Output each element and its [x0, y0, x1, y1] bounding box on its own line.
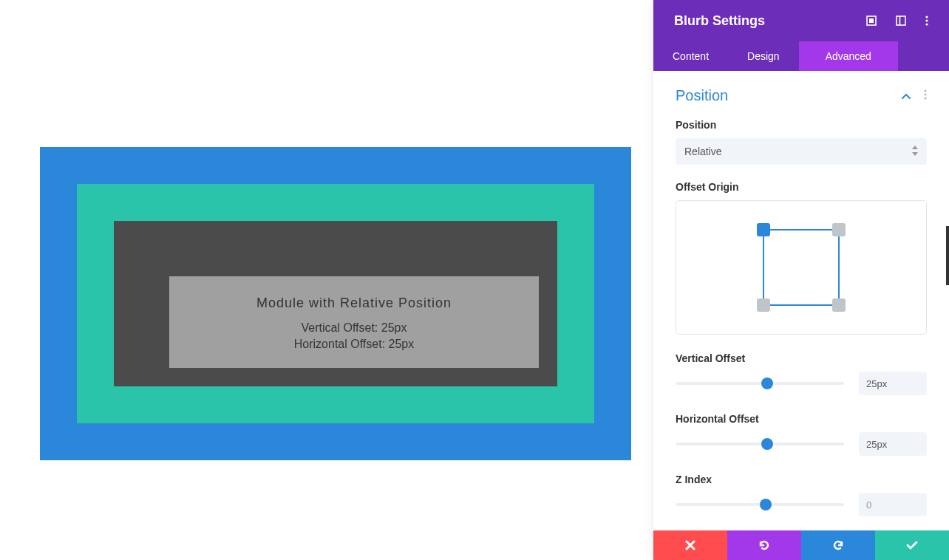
- svg-point-9: [924, 97, 926, 99]
- zindex-label: Z Index: [676, 474, 927, 485]
- svg-point-7: [924, 89, 926, 92]
- horizontal-offset-slider[interactable]: [676, 437, 844, 451]
- tab-advanced[interactable]: Advanced: [799, 41, 898, 71]
- snap-left-icon[interactable]: [896, 16, 906, 26]
- slider-thumb[interactable]: [761, 378, 773, 389]
- section-more-icon[interactable]: [924, 89, 927, 103]
- cancel-button[interactable]: [653, 530, 727, 560]
- vertical-offset-label: Vertical Offset: [676, 352, 927, 364]
- slider-thumb[interactable]: [761, 438, 773, 450]
- position-value: Relative: [684, 146, 722, 157]
- settings-panel: Blurb Settings Content Design Advanced P…: [653, 0, 949, 560]
- save-button[interactable]: [875, 530, 949, 560]
- svg-point-6: [925, 23, 928, 25]
- expand-icon[interactable]: [866, 16, 877, 26]
- preview-canvas: Module with Relative Position Vertical O…: [0, 0, 653, 560]
- vertical-offset-slider[interactable]: [676, 377, 844, 390]
- scrollbar-thumb[interactable]: [946, 226, 949, 285]
- origin-square: [763, 229, 840, 306]
- panel-header: Blurb Settings: [653, 0, 949, 41]
- origin-handle-bottom-left[interactable]: [757, 298, 770, 312]
- position-select[interactable]: Relative: [676, 138, 927, 165]
- more-icon[interactable]: [925, 16, 928, 26]
- svg-point-4: [925, 16, 928, 18]
- svg-rect-1: [869, 18, 874, 23]
- column-box: Module with Relative Position Vertical O…: [114, 221, 557, 386]
- row-box: Module with Relative Position Vertical O…: [77, 184, 594, 423]
- module-text-1: Vertical Offset: 25px: [169, 320, 539, 336]
- svg-rect-2: [897, 16, 905, 25]
- horizontal-offset-label: Horizontal Offset: [676, 413, 927, 425]
- offset-origin-label: Offset Origin: [676, 181, 927, 193]
- redo-button[interactable]: [801, 530, 875, 560]
- tab-content[interactable]: Content: [653, 41, 728, 71]
- slider-track: [676, 382, 844, 385]
- zindex-input[interactable]: 0: [859, 493, 927, 516]
- module-box[interactable]: Module with Relative Position Vertical O…: [169, 276, 539, 368]
- zindex-slider[interactable]: [676, 498, 844, 511]
- origin-handle-top-left[interactable]: [757, 223, 770, 236]
- vertical-offset-input[interactable]: 25px: [859, 372, 927, 395]
- panel-title: Blurb Settings: [674, 13, 866, 29]
- origin-picker[interactable]: [676, 200, 927, 335]
- origin-handle-top-right[interactable]: [832, 223, 846, 236]
- tab-design[interactable]: Design: [728, 41, 799, 71]
- select-caret-icon: [912, 146, 918, 158]
- module-title: Module with Relative Position: [169, 296, 539, 311]
- svg-point-5: [925, 19, 928, 21]
- panel-body[interactable]: Position Position Relative Offset Origin: [653, 71, 949, 530]
- horizontal-offset-input[interactable]: 25px: [859, 432, 927, 456]
- section-title: Position: [676, 87, 728, 104]
- slider-track: [676, 443, 844, 445]
- section-box: Module with Relative Position Vertical O…: [40, 147, 631, 460]
- svg-point-8: [924, 93, 926, 95]
- footer-actions: [653, 530, 949, 560]
- origin-handle-bottom-right[interactable]: [832, 298, 846, 312]
- tabs: Content Design Advanced: [653, 41, 949, 71]
- section-header-position[interactable]: Position: [676, 87, 927, 104]
- slider-thumb[interactable]: [760, 499, 772, 511]
- position-label: Position: [676, 119, 927, 131]
- collapse-icon[interactable]: [902, 89, 911, 103]
- undo-button[interactable]: [727, 530, 801, 560]
- module-text-2: Horizontal Offset: 25px: [169, 336, 539, 352]
